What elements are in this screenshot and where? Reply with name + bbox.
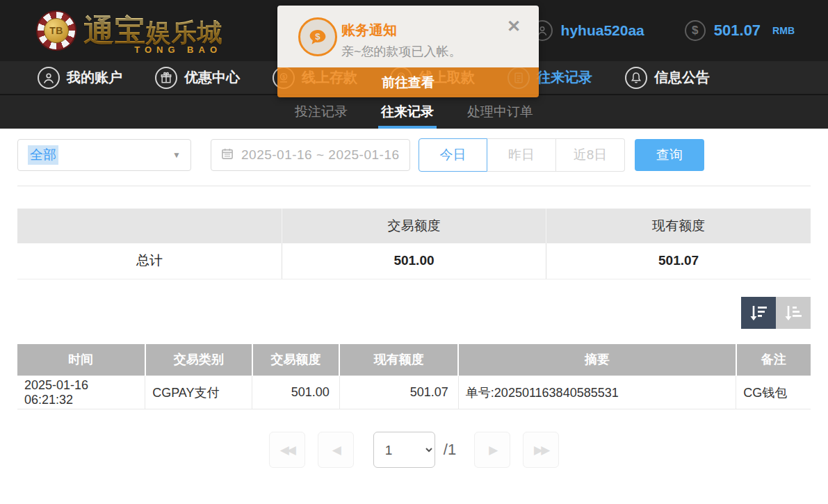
category-dropdown[interactable]: 全部 ▼: [17, 139, 191, 171]
username: hyhua520aa: [561, 22, 644, 39]
col-header-amount: 交易额度: [252, 344, 340, 376]
last8days-button[interactable]: 近8日: [556, 138, 625, 172]
sort-descending-button[interactable]: [741, 297, 776, 329]
tab-pending-orders[interactable]: 处理中订单: [466, 96, 535, 129]
cell-type: CGPAY支付: [145, 376, 252, 409]
date-range-input[interactable]: 2025-01-16 ~ 2025-01-16: [211, 139, 410, 171]
sort-controls: [17, 297, 811, 329]
page-total-label: /1: [444, 441, 456, 459]
sort-ascending-button[interactable]: [776, 297, 811, 329]
nav-label: 我的账户: [67, 68, 122, 87]
search-button[interactable]: 查询: [635, 139, 704, 171]
col-header-balance: 现有额度: [339, 344, 458, 376]
notification-message: 亲~您的款项已入帐。: [341, 43, 462, 60]
svg-text:$: $: [315, 31, 320, 42]
summary-header-balance: 现有额度: [546, 209, 811, 243]
chip-monogram: TB: [44, 18, 69, 43]
next-page-button[interactable]: ▶: [474, 432, 510, 468]
today-button[interactable]: 今日: [419, 138, 487, 172]
cell-balance: 501.07: [339, 376, 458, 409]
tab-transaction-records[interactable]: 往来记录: [380, 96, 435, 129]
divider: [17, 186, 811, 186]
page-select[interactable]: 1: [373, 432, 435, 468]
user-icon: [38, 67, 60, 89]
summary-header-empty: [17, 209, 282, 243]
site-logo[interactable]: TB 通宝娱乐城 TONG BAO: [36, 10, 223, 51]
nav-item-announcements[interactable]: 信息公告: [625, 67, 710, 89]
nav-label: 往来记录: [537, 68, 592, 87]
gift-icon: [155, 67, 177, 89]
close-icon[interactable]: ✕: [507, 18, 521, 35]
go-view-button[interactable]: 前往查看: [277, 67, 539, 97]
chevron-down-icon: ▼: [172, 150, 181, 160]
summary-balance-total: 501.07: [546, 243, 811, 279]
filter-row: 全部 ▼ 2025-01-16 ~ 2025-01-16 今日 昨日 近8日 查…: [17, 138, 811, 172]
cell-note: CG钱包: [736, 376, 811, 409]
notification-popup: $ 账务通知 亲~您的款项已入帐。 ✕ 前往查看: [277, 6, 539, 97]
quick-date-group: 今日 昨日 近8日: [419, 138, 625, 172]
summary-table: 交易额度 现有额度 总计 501.00 501.07: [17, 209, 811, 279]
poker-chip-logo-icon: TB: [36, 10, 76, 51]
col-header-summary: 摘要: [458, 344, 736, 376]
bell-icon: [625, 67, 647, 89]
summary-header-trade: 交易额度: [282, 209, 546, 243]
cell-summary: 单号:202501163840585531: [458, 376, 736, 409]
nav-item-promotions[interactable]: 优惠中心: [155, 67, 240, 89]
table-row: 2025-01-16 06:21:32 CGPAY支付 501.00 501.0…: [17, 376, 811, 409]
notification-title: 账务通知: [341, 21, 397, 40]
cell-time: 2025-01-16 06:21:32: [17, 376, 145, 409]
records-table: 时间 交易类别 交易额度 现有额度 摘要 备注 2025-01-16 06:21…: [17, 344, 811, 410]
prev-page-button[interactable]: ◀: [318, 432, 354, 468]
col-header-time: 时间: [17, 344, 145, 376]
category-selected-value: 全部: [28, 145, 58, 165]
currency-label: RMB: [772, 25, 795, 36]
nav-item-my-account[interactable]: 我的账户: [38, 67, 122, 89]
balance-amount: 501.07: [714, 22, 761, 40]
balance-display[interactable]: $ 501.07 RMB: [685, 20, 795, 41]
site-subtitle: TONG BAO: [134, 45, 222, 54]
col-header-note: 备注: [736, 344, 811, 376]
last-page-button[interactable]: ▶▶: [523, 432, 559, 468]
nav-label: 信息公告: [654, 68, 710, 87]
tab-bet-records[interactable]: 投注记录: [293, 96, 349, 129]
first-page-button[interactable]: ◀◀: [269, 432, 305, 468]
record-tabs: 投注记录 往来记录 处理中订单: [0, 95, 828, 129]
calendar-icon: [220, 147, 234, 163]
col-header-type: 交易类别: [145, 344, 252, 376]
money-message-icon: $: [298, 17, 337, 56]
summary-trade-total: 501.00: [282, 243, 546, 279]
user-account[interactable]: hyhua520aa: [532, 20, 644, 41]
summary-total-label: 总计: [17, 243, 282, 279]
yesterday-button[interactable]: 昨日: [487, 138, 556, 172]
dollar-icon: $: [685, 20, 706, 41]
pagination: ◀◀ ◀ 1 /1 ▶ ▶▶: [17, 432, 811, 468]
nav-label: 优惠中心: [184, 68, 240, 87]
cell-amount: 501.00: [252, 376, 340, 409]
content-area: 全部 ▼ 2025-01-16 ~ 2025-01-16 今日 昨日 近8日 查…: [0, 138, 828, 468]
records-header-row: 时间 交易类别 交易额度 现有额度 摘要 备注: [17, 344, 811, 376]
summary-total-row: 总计 501.00 501.07: [17, 243, 811, 279]
date-range-value: 2025-01-16 ~ 2025-01-16: [241, 147, 400, 163]
site-title: 通宝娱乐城: [83, 13, 223, 47]
